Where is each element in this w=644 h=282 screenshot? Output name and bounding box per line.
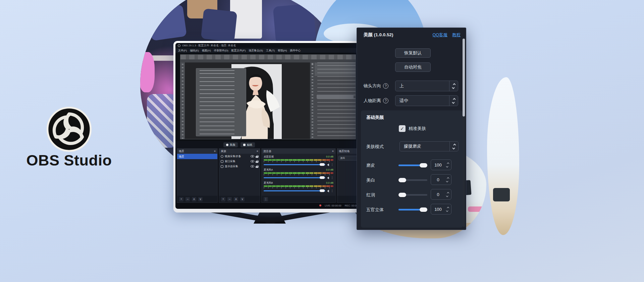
obs-dock-area: 场景 ≡ 场景 + – ∧ ∨ [177,148,364,203]
stepper-arrows-icon[interactable] [445,207,451,211]
remove-source-button[interactable]: – [227,197,232,201]
speaker-icon[interactable] [327,177,329,179]
tutorial-link[interactable]: 教程 [452,32,461,38]
meter-ticks [264,187,333,188]
skin-mode-select[interactable]: 朦胧磨皮 [399,141,459,151]
lock-icon[interactable] [256,160,258,163]
sources-list: 视频采集设备 窗口采集 [219,154,260,196]
kebab-menu-icon[interactable]: ⋮ [331,176,333,179]
slider-handle[interactable] [420,163,427,168]
menu-plugin-center[interactable]: 插件中心 [290,49,301,52]
volume-slider[interactable] [264,177,325,178]
blob-mousepad [468,206,483,212]
whitening-value-stepper[interactable]: 0 [431,174,451,185]
menu-tools[interactable]: 工具(T) [266,49,275,52]
facial-3d-value-stepper[interactable]: 100 [431,204,451,215]
chevron-updown-icon[interactable] [449,96,458,106]
source-up-button[interactable]: ∧ [234,197,238,201]
help-icon[interactable]: ? [383,98,388,103]
plugin-tab-beauty[interactable]: 美颜 [223,142,238,147]
lock-icon[interactable] [256,155,258,158]
sources-toolbar: + – ∧ ∨ [219,196,260,202]
restore-default-button[interactable]: 恢复默认 [395,48,431,58]
channel-name: 麦克风A [264,168,273,172]
menu-view[interactable]: 视图(V) [202,49,211,52]
chevron-updown-icon[interactable] [449,142,458,151]
hamburger-icon[interactable]: ≡ [332,150,334,153]
camera-direction-row: 镜头方向 ? 上 [364,80,388,92]
menu-edit[interactable]: 编辑(E) [190,49,199,52]
kebab-menu-icon[interactable]: ⋮ [331,189,333,192]
scenes-dock-header: 场景 ≡ [177,149,217,154]
menu-docks[interactable]: 停靠部件(D) [214,49,228,52]
menu-file[interactable]: 文件(F) [178,49,187,52]
smoothing-value-stepper[interactable]: 100 [431,159,451,170]
volume-slider[interactable] [264,164,325,165]
help-icon[interactable]: ? [383,83,388,89]
live-timer: LIVE: 00:00:00 [325,204,341,207]
background-blob-sliver [487,77,519,235]
sticker-icon [243,144,246,146]
hamburger-icon[interactable]: ≡ [214,150,216,153]
volume-slider-handle[interactable] [320,176,325,179]
stepper-arrows-icon[interactable] [445,178,451,182]
source-item[interactable]: 显示器采集 [219,164,260,169]
remove-scene-button[interactable]: – [185,197,190,201]
ps-right-toolstrip [311,62,315,139]
stepper-arrows-icon[interactable] [445,192,451,197]
mixer-config-button[interactable]: ⋮ [264,197,268,201]
scene-down-button[interactable]: ∨ [198,197,203,201]
smoothing-value: 100 [431,162,445,168]
add-scene-button[interactable]: + [179,197,183,201]
meter-ticks [264,174,333,175]
stepper-arrows-icon[interactable] [445,163,451,167]
qq-support-link[interactable]: QQ客服 [433,32,447,38]
menu-scene-collection[interactable]: 场景集合(S) [249,49,263,52]
slider-handle[interactable] [398,178,406,182]
speaker-icon[interactable] [327,163,329,166]
basic-beauty-section: 基础美颜 ✓ 精准美肤 美肤模式 朦胧磨皮 磨皮 100 [361,110,463,228]
channel-db: 0.0 dB [326,181,333,185]
smoothing-slider[interactable] [398,164,427,166]
panel-scrollbar[interactable] [463,38,465,227]
precise-skin-checkbox[interactable]: ✓ 精准美肤 [399,125,426,132]
chevron-updown-icon[interactable] [449,81,458,91]
obs-window: OBS 29.1.3 - 配置文件: 未命名 - 场景: 未命名 文件(F) 编… [175,43,364,209]
scene-up-button[interactable]: ∧ [192,197,196,201]
plugin-tab-sticker[interactable]: 贴纸 [240,142,255,147]
rosy-value-stepper[interactable]: 0 [431,189,451,200]
camera-direction-select[interactable]: 上 [395,81,458,91]
menu-help[interactable]: 帮助(H) [278,49,287,52]
speaker-icon[interactable] [327,190,329,192]
source-item[interactable]: 视频采集设备 [219,154,260,159]
source-item[interactable]: 窗口采集 [219,159,260,164]
visibility-eye-icon[interactable] [251,165,254,168]
volume-slider[interactable] [264,190,325,191]
ps-document-tabs [180,59,356,62]
scrollbar-thumb[interactable] [463,39,465,116]
auto-focus-button[interactable]: 自动对焦 [395,62,431,72]
volume-slider-handle[interactable] [320,163,325,166]
kebab-menu-icon[interactable]: ⋮ [331,163,333,166]
checkbox-check-icon[interactable]: ✓ [399,125,406,132]
slider-handle[interactable] [420,207,427,212]
facial-3d-slider[interactable] [398,209,427,210]
add-source-button[interactable]: + [221,197,225,201]
lock-icon[interactable] [256,165,258,168]
volume-slider-handle[interactable] [320,189,325,192]
blob-dark-item [493,188,510,201]
ps-layer-selected [317,95,354,99]
visibility-eye-icon[interactable] [251,155,254,157]
plugin-tab-label: 贴纸 [247,143,252,147]
rosy-slider[interactable] [398,194,427,196]
whitening-slider[interactable] [398,179,427,181]
blob-chair [273,3,316,44]
person-distance-select[interactable]: 适中 [395,95,458,106]
menu-profile[interactable]: 配置文件(P) [231,49,246,52]
slider-handle[interactable] [398,193,406,197]
source-down-button[interactable]: ∨ [240,197,245,201]
hamburger-icon[interactable]: ≡ [257,150,258,153]
scene-item-selected[interactable]: 场景 [177,154,217,159]
whitening-label: 美白 [366,177,375,183]
visibility-eye-icon[interactable] [251,160,254,162]
